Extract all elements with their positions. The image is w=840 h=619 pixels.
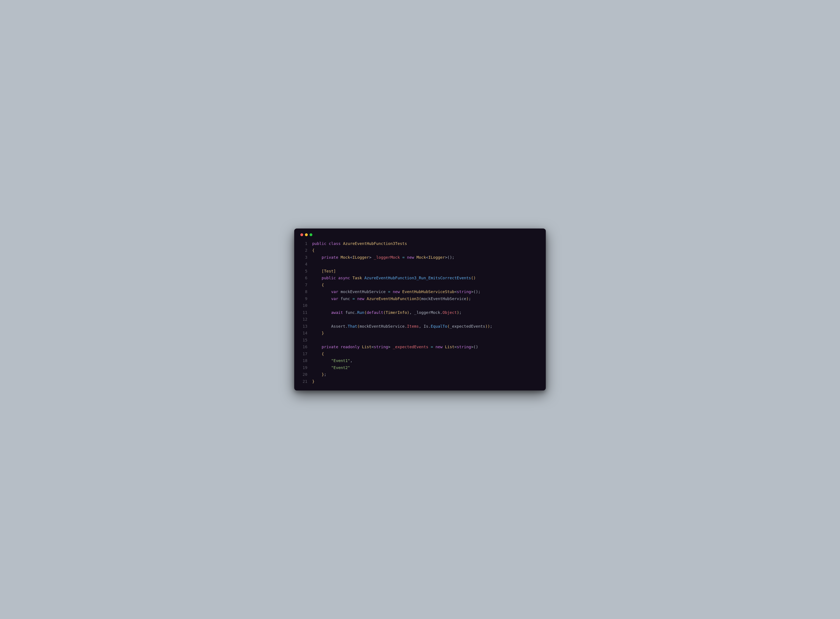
line-content[interactable]: {: [312, 247, 315, 254]
code-token: ,: [350, 358, 352, 363]
line-content[interactable]: {: [312, 281, 324, 289]
code-token: _expectedEvents: [393, 344, 428, 349]
code-line[interactable]: 12: [300, 316, 540, 323]
code-token: [355, 296, 357, 301]
code-token: [391, 289, 393, 294]
code-line[interactable]: 4: [300, 261, 540, 268]
code-line[interactable]: 3 private Mock<ILogger> _loggerMock = ne…: [300, 254, 540, 261]
code-token: [312, 269, 322, 274]
code-token: >: [388, 344, 393, 349]
line-content[interactable]: [Test]: [312, 268, 336, 275]
code-line[interactable]: 10: [300, 302, 540, 309]
line-number: 3: [300, 254, 307, 261]
line-content[interactable]: private Mock<ILogger> _loggerMock = new …: [312, 254, 454, 261]
line-number: 1: [300, 240, 307, 247]
code-token: private: [322, 344, 338, 349]
line-content[interactable]: {: [312, 350, 324, 357]
code-token: TimerInfo: [386, 310, 407, 315]
window-zoom-icon[interactable]: [310, 233, 312, 236]
code-line[interactable]: 7 {: [300, 281, 540, 289]
code-token: ): [485, 324, 488, 329]
code-token: string: [457, 344, 471, 349]
code-token: [405, 255, 407, 260]
code-token: That: [348, 324, 357, 329]
line-content[interactable]: [312, 336, 315, 344]
code-line[interactable]: 18 "Event1",: [300, 357, 540, 364]
code-line[interactable]: 11 await func.Run(default(TimerInfo), _l…: [300, 309, 540, 316]
code-line[interactable]: 19 "Event2": [300, 364, 540, 371]
code-line[interactable]: 8 var mockEventHubService = new EventHub…: [300, 288, 540, 295]
code-token: ): [488, 324, 490, 329]
line-content[interactable]: }: [312, 330, 324, 336]
line-content[interactable]: [312, 261, 315, 268]
code-token: <: [372, 344, 374, 349]
line-content[interactable]: var mockEventHubService = new EventHubHu…: [312, 288, 480, 295]
code-line[interactable]: 9 var func = new AzureEventHubFunction3(…: [300, 295, 540, 302]
code-token: ): [473, 275, 476, 280]
code-token: [340, 241, 343, 246]
code-token: [312, 358, 331, 363]
code-token: [312, 275, 322, 280]
code-token: public: [312, 241, 326, 246]
code-token: [350, 275, 352, 280]
code-token: Assert.: [312, 324, 348, 329]
code-line[interactable]: 14 }: [300, 330, 540, 336]
code-line[interactable]: 16 private readonly List<string> _expect…: [300, 344, 540, 350]
line-content[interactable]: [312, 316, 315, 323]
window-close-icon[interactable]: [300, 233, 303, 236]
line-number: 2: [300, 247, 307, 254]
code-token: [312, 331, 322, 335]
code-token: [312, 344, 322, 349]
code-token: Mock: [340, 255, 350, 260]
line-content[interactable]: "Event1",: [312, 357, 352, 364]
code-line[interactable]: 20 };: [300, 371, 540, 378]
line-content[interactable]: }: [312, 378, 315, 385]
code-token: ;: [459, 310, 461, 315]
code-token: AzureEventHubFunction3Tests: [343, 241, 407, 246]
window-minimize-icon[interactable]: [305, 233, 308, 236]
line-content[interactable]: public async Task AzureEventHubFunction3…: [312, 275, 476, 281]
line-number: 20: [300, 371, 307, 378]
code-token: var: [331, 296, 339, 301]
code-line[interactable]: 17 {: [300, 350, 540, 357]
code-token: EqualTo: [431, 324, 448, 329]
code-token: [326, 241, 329, 246]
code-token: <: [454, 344, 457, 349]
code-token: Test: [324, 269, 333, 274]
code-token: List: [445, 344, 454, 349]
line-content[interactable]: var func = new AzureEventHubFunction3(mo…: [312, 295, 471, 302]
line-number: 12: [300, 316, 307, 323]
line-number: 4: [300, 261, 307, 268]
code-line[interactable]: 1public class AzureEventHubFunction3Test…: [300, 240, 540, 247]
code-token: await: [331, 310, 343, 315]
line-content[interactable]: "Event2": [312, 364, 350, 371]
line-content[interactable]: [312, 302, 315, 309]
code-line[interactable]: 5 [Test]: [300, 268, 540, 275]
code-token: =: [402, 255, 405, 260]
line-content[interactable]: public class AzureEventHubFunction3Tests: [312, 240, 407, 247]
code-editor[interactable]: 1public class AzureEventHubFunction3Test…: [300, 240, 540, 385]
code-line[interactable]: 13 Assert.That(mockEventHubService.Items…: [300, 323, 540, 330]
code-token: mockEventHubService: [421, 296, 466, 301]
code-token: <: [454, 289, 457, 294]
code-token: [433, 344, 436, 349]
code-token: [360, 344, 362, 349]
line-content[interactable]: private readonly List<string> _expectedE…: [312, 344, 478, 350]
code-token: [338, 344, 340, 349]
code-token: func.: [343, 310, 357, 315]
line-content[interactable]: await func.Run(default(TimerInfo), _logg…: [312, 309, 461, 316]
code-token: AzureEventHubFunction3: [367, 296, 419, 301]
code-line[interactable]: 2{: [300, 247, 540, 254]
code-token: ILogger: [352, 255, 369, 260]
code-window: 1public class AzureEventHubFunction3Test…: [294, 229, 546, 391]
code-token: =: [388, 289, 391, 294]
code-token: mockEventHubService.: [360, 324, 407, 329]
line-content[interactable]: };: [312, 371, 326, 378]
code-line[interactable]: 6 public async Task AzureEventHubFunctio…: [300, 275, 540, 281]
code-line[interactable]: 15: [300, 336, 540, 344]
code-token: [312, 372, 322, 377]
code-token: (: [364, 310, 367, 315]
line-content[interactable]: Assert.That(mockEventHubService.Items, I…: [312, 323, 492, 330]
code-token: }: [322, 331, 324, 335]
code-line[interactable]: 21}: [300, 378, 540, 385]
